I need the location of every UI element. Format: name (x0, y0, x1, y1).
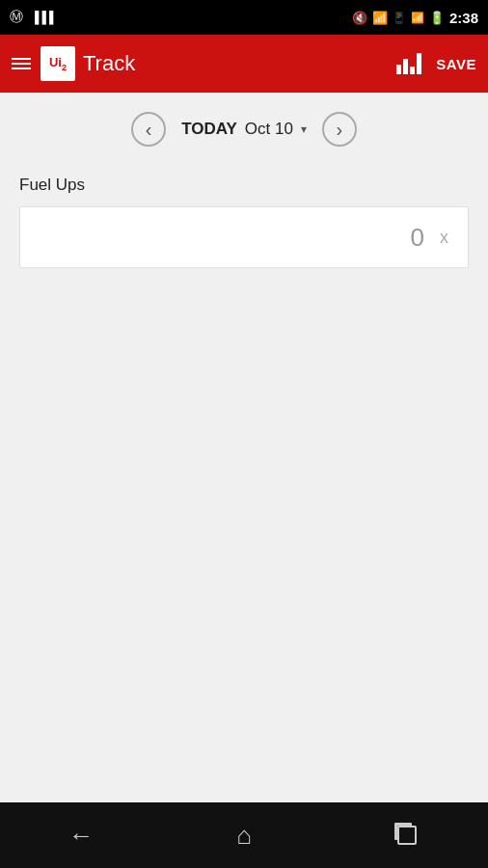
date-navigation: ‹ TODAY Oct 10 ▾ › (0, 93, 488, 166)
app-title: Track (83, 51, 396, 76)
app-bar-actions: SAVE (396, 53, 476, 74)
logo-text: Ui2 (49, 56, 67, 72)
today-label: TODAY (181, 120, 237, 139)
status-bar-right: 🔇 📶 📱 📶 🔋 2:38 (352, 10, 478, 26)
recents-icon (397, 826, 417, 845)
home-icon: ⌂ (236, 821, 252, 851)
back-icon: ← (68, 821, 94, 851)
main-content: Fuel Ups 0 x (0, 166, 488, 802)
signal-bars-icon: ▐▐▐ (31, 11, 53, 24)
prev-date-button[interactable]: ‹ (131, 112, 166, 147)
fuel-ups-input-row: 0 x (19, 206, 469, 268)
status-bar: Ⓜ ▐▐▐ 🔇 📶 📱 📶 🔋 2:38 (0, 0, 488, 35)
signal-icon: 📶 (411, 12, 424, 24)
dropdown-arrow-icon[interactable]: ▾ (301, 122, 307, 136)
chevron-right-icon: › (337, 119, 343, 141)
date-label: TODAY Oct 10 ▾ (181, 120, 307, 139)
save-button[interactable]: SAVE (436, 56, 476, 72)
status-time: 2:38 (449, 10, 478, 26)
fuel-ups-value[interactable]: 0 (34, 223, 434, 253)
recents-button[interactable] (378, 816, 436, 854)
home-button[interactable]: ⌂ (215, 816, 273, 854)
battery-icon: 🔋 (429, 11, 445, 25)
app-logo: Ui2 (41, 46, 75, 81)
mute-icon: 🔇 (352, 11, 367, 25)
status-bar-left: Ⓜ ▐▐▐ (10, 9, 53, 26)
wifi-icon: 📶 (372, 11, 388, 25)
fuel-ups-label: Fuel Ups (19, 176, 469, 195)
app-bar: Ui2 Track SAVE (0, 35, 488, 93)
motorola-icon: Ⓜ (10, 9, 23, 26)
back-button[interactable]: ← (52, 816, 110, 854)
chart-icon[interactable] (396, 53, 421, 74)
sim-icon: 📱 (393, 12, 406, 24)
hamburger-menu-icon[interactable] (12, 58, 31, 69)
bottom-navigation: ← ⌂ (0, 802, 488, 868)
date-value: Oct 10 (245, 120, 293, 139)
clear-button[interactable]: x (434, 224, 454, 252)
chevron-left-icon: ‹ (146, 119, 152, 141)
next-date-button[interactable]: › (322, 112, 357, 147)
